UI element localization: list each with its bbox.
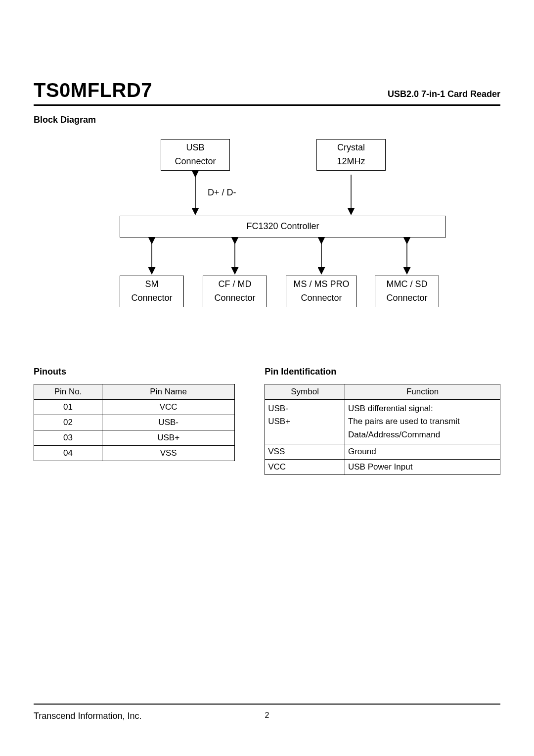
pinid-symbol-cell: USB- USB+ [265,400,345,444]
pinouts-header-pin-no: Pin No. [34,384,102,400]
footer-rule [34,704,500,705]
section-title-pinouts: Pinouts [34,367,235,377]
diagram-text: CF / MD [219,278,252,291]
table-row: 04 VSS [34,446,235,461]
pin-identification-table: Symbol Function USB- USB+ USB differenti… [265,384,500,475]
diagram-label-d-plus-minus: D+ / D- [208,188,236,198]
pinouts-table: Pin No. Pin Name 01 VCC 02 USB- 03 USB+ [34,384,235,461]
diagram-text: Connector [175,155,216,169]
diagram-text: Connector [386,291,427,305]
pin-name-cell: USB+ [102,430,235,446]
pinid-symbol-cell: VCC [265,460,345,475]
document-footer: Transcend Information, Inc. 2 [34,711,500,721]
tables-row: Pinouts Pin No. Pin Name 01 VCC 02 USB- … [34,367,500,475]
footer-company: Transcend Information, Inc. [34,711,141,721]
pinid-function-text: Data/Address/Command [348,430,440,439]
diagram-text: USB [186,141,204,155]
diagram-box-controller: FC1320 Controller [120,216,446,237]
block-diagram: USB Connector Crystal 12MHz D+ / D- FC13… [89,139,445,327]
diagram-text: Connector [214,291,255,305]
table-row: 03 USB+ [34,430,235,446]
product-code: TS0MFLRD7 [34,79,152,101]
pinid-symbol-text: USB+ [268,417,290,426]
section-title-block-diagram: Block Diagram [34,115,500,125]
pin-no-cell: 03 [34,430,102,446]
diagram-text: Crystal [337,141,365,155]
pinouts-column: Pinouts Pin No. Pin Name 01 VCC 02 USB- … [34,367,235,475]
pin-name-cell: USB- [102,415,235,430]
pinid-header-function: Function [345,384,500,400]
diagram-text: Connector [301,291,342,305]
pinouts-header-pin-name: Pin Name [102,384,235,400]
diagram-box-sm-connector: SM Connector [120,276,184,307]
section-title-pin-identification: Pin Identification [265,367,500,377]
diagram-box-ms-connector: MS / MS PRO Connector [286,276,357,307]
product-description: USB2.0 7-in-1 Card Reader [388,89,500,99]
diagram-box-cf-connector: CF / MD Connector [203,276,267,307]
pinid-function-cell: Ground [345,444,500,460]
diagram-box-mmc-connector: MMC / SD Connector [375,276,439,307]
table-row: 02 USB- [34,415,235,430]
pinid-symbol-cell: VSS [265,444,345,460]
table-row: VCC USB Power Input [265,460,500,475]
diagram-text: MS / MS PRO [293,278,349,291]
diagram-box-crystal: Crystal 12MHz [316,139,386,171]
diagram-text: MMC / SD [387,278,428,291]
table-row: 01 VCC [34,400,235,415]
diagram-text: FC1320 Controller [246,220,319,234]
footer-page-number: 2 [265,711,269,720]
diagram-text: Connector [131,291,172,305]
pinid-header-symbol: Symbol [265,384,345,400]
diagram-box-usb-connector: USB Connector [161,139,230,171]
table-row: USB- USB+ USB differential signal: The p… [265,400,500,444]
table-row: Pin No. Pin Name [34,384,235,400]
diagram-text: 12MHz [337,155,365,169]
pinid-function-text: The pairs are used to transmit [348,417,460,426]
document-header: TS0MFLRD7 USB2.0 7-in-1 Card Reader [34,79,500,106]
pin-no-cell: 04 [34,446,102,461]
pin-name-cell: VCC [102,400,235,415]
table-row: Symbol Function [265,384,500,400]
pinid-function-text: USB differential signal: [348,404,433,413]
pin-identification-column: Pin Identification Symbol Function USB- … [265,367,500,475]
diagram-text: SM [145,278,159,291]
table-row: VSS Ground [265,444,500,460]
pinid-function-cell: USB differential signal: The pairs are u… [345,400,500,444]
pin-name-cell: VSS [102,446,235,461]
pinid-symbol-text: USB- [268,404,288,413]
pin-no-cell: 02 [34,415,102,430]
pinid-function-cell: USB Power Input [345,460,500,475]
pin-no-cell: 01 [34,400,102,415]
